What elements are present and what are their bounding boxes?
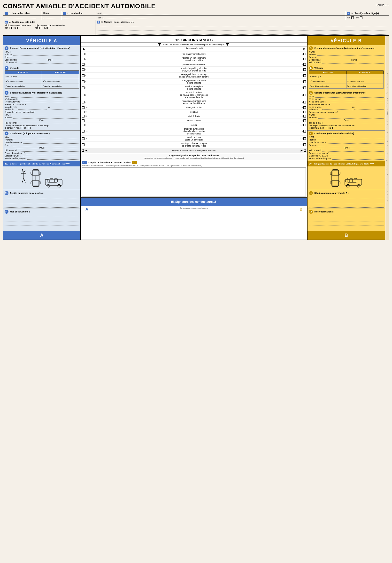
s9-categorie-a-line[interactable] bbox=[23, 154, 79, 157]
s8-non-b-cb[interactable] bbox=[325, 127, 327, 129]
circ-1-cb-a[interactable] bbox=[82, 53, 85, 55]
circ-13-cb-b[interactable] bbox=[303, 119, 306, 122]
circ-4-cb-b[interactable] bbox=[303, 68, 306, 71]
circ-6-cb-a[interactable] bbox=[82, 80, 85, 83]
s8-adresse-a-line[interactable] bbox=[13, 116, 79, 119]
prenom-b-line[interactable] bbox=[317, 53, 384, 56]
s8-agence-a-line[interactable] bbox=[35, 111, 79, 113]
circ-17-cb-b[interactable] bbox=[303, 143, 306, 146]
s8-tel-a-line[interactable] bbox=[18, 122, 79, 124]
circ-total-cb-b[interactable] bbox=[304, 149, 306, 152]
s9-pays-a-line1[interactable] bbox=[5, 147, 38, 149]
circ-9-cb-a[interactable] bbox=[82, 101, 85, 103]
adresse-a-line[interactable] bbox=[13, 56, 79, 58]
obs-b-line2[interactable] bbox=[309, 219, 383, 221]
circ-10-cb-a[interactable] bbox=[82, 106, 85, 109]
circ-12-cb-b[interactable] bbox=[303, 115, 306, 117]
circ-12-cb-a[interactable] bbox=[82, 115, 85, 117]
s9-valable-b-line[interactable] bbox=[332, 157, 383, 160]
marque-b-cell[interactable]: Marque, type bbox=[309, 74, 346, 79]
nom-a-line[interactable] bbox=[11, 51, 79, 53]
circ-16-cb-b[interactable] bbox=[303, 137, 306, 140]
circ-3-cb-b[interactable] bbox=[303, 63, 306, 66]
circ-15-cb-a[interactable] bbox=[82, 130, 85, 132]
circ-2-cb-b[interactable] bbox=[303, 58, 306, 60]
obs-b-line3[interactable] bbox=[309, 223, 383, 226]
circ-17-cb-a[interactable] bbox=[82, 143, 85, 146]
codepostal-b-line[interactable] bbox=[321, 59, 350, 61]
degats-oui2-checkbox[interactable] bbox=[48, 27, 50, 29]
croquis-drawing-area[interactable] bbox=[82, 167, 306, 196]
prenom-a-line[interactable] bbox=[13, 53, 79, 56]
tel-b-line[interactable] bbox=[323, 61, 383, 64]
s8-contrat-a-line[interactable] bbox=[18, 98, 79, 100]
s9-categorie-b-line[interactable] bbox=[328, 154, 383, 157]
circ-13-cb-a[interactable] bbox=[82, 119, 85, 122]
circ-11-cb-b[interactable] bbox=[303, 111, 306, 113]
paysimmat-remorque-a-cell[interactable]: Pays d'immatriculation bbox=[42, 84, 79, 89]
immat-remorque-b-cell[interactable]: N° d'immatriculation bbox=[346, 79, 383, 84]
s9-adresse-a-line[interactable] bbox=[13, 144, 79, 146]
s8-adresse-b-line[interactable] bbox=[318, 116, 383, 119]
s8-nom2-a-line[interactable] bbox=[11, 114, 79, 116]
marque-a-cell[interactable]: Marque, type bbox=[5, 74, 42, 79]
circ-5-cb-a[interactable] bbox=[82, 74, 85, 77]
immat-b-cell[interactable]: N° d'immatriculation bbox=[309, 79, 346, 84]
s8-pays-a-line2[interactable] bbox=[45, 119, 79, 121]
s8-cv-a-line[interactable] bbox=[21, 101, 79, 103]
circ-2-cb-a[interactable] bbox=[82, 58, 85, 60]
s8-nom-b-line[interactable] bbox=[315, 95, 383, 98]
s8-oui-a-cb[interactable] bbox=[28, 127, 30, 129]
nom-b-line[interactable] bbox=[315, 51, 383, 53]
marque-remorque-a-cell[interactable] bbox=[42, 74, 79, 79]
circ-6-cb-b[interactable] bbox=[303, 80, 306, 83]
obs-a-line3[interactable] bbox=[5, 223, 79, 226]
degats-non1-checkbox[interactable] bbox=[9, 27, 12, 29]
circ-7-cb-a[interactable] bbox=[82, 87, 85, 89]
s9-adresse-b-line[interactable] bbox=[318, 144, 383, 146]
s9-prenom-b-line[interactable] bbox=[317, 139, 384, 141]
obs-a-line2[interactable] bbox=[5, 219, 79, 221]
codepostal-a-line[interactable] bbox=[17, 59, 46, 61]
circ-16-cb-a[interactable] bbox=[82, 137, 85, 140]
adresse-b-line[interactable] bbox=[318, 56, 383, 58]
s9-nom-a-line[interactable] bbox=[11, 136, 79, 138]
pays-a-line2[interactable] bbox=[52, 59, 79, 61]
obs-a-line4[interactable] bbox=[5, 228, 79, 230]
circ-3-cb-a[interactable] bbox=[82, 63, 85, 66]
paysimmat-a-cell[interactable]: Pays d'immatriculation bbox=[5, 84, 42, 89]
circ-8-cb-b[interactable] bbox=[303, 94, 306, 96]
s8-au-a-line[interactable] bbox=[50, 107, 79, 110]
circ-15-cb-b[interactable] bbox=[303, 130, 306, 132]
s8-au-b-line[interactable] bbox=[354, 107, 383, 110]
s8-tel-b-line[interactable] bbox=[323, 122, 383, 124]
s8-nom-a-line[interactable] bbox=[11, 95, 79, 98]
s9-permis-b-line[interactable] bbox=[330, 152, 383, 154]
date-input-line[interactable] bbox=[5, 16, 36, 19]
circ-1-cb-b[interactable] bbox=[303, 53, 306, 55]
s8-oui-b-cb[interactable] bbox=[332, 127, 335, 129]
blesse-non-checkbox[interactable] bbox=[351, 16, 354, 19]
s8-non-a-cb[interactable] bbox=[21, 127, 23, 129]
blesse-oui-checkbox[interactable] bbox=[360, 16, 363, 19]
circ-9-cb-b[interactable] bbox=[303, 101, 306, 103]
s9-permis-a-line[interactable] bbox=[26, 152, 79, 154]
s9-tel-a-line[interactable] bbox=[18, 149, 79, 152]
circ-10-cb-b[interactable] bbox=[303, 106, 306, 109]
s8-contrat-b-line[interactable] bbox=[322, 98, 383, 100]
s9-datenais-b-line[interactable] bbox=[327, 141, 383, 144]
paysimmat-remorque-b-cell[interactable]: Pays d'immatriculation bbox=[346, 84, 383, 89]
immat-remorque-a-cell[interactable]: N° d'immatriculation bbox=[42, 79, 79, 84]
s8-cv-b-line[interactable] bbox=[326, 101, 383, 103]
s8-nom2-b-line[interactable] bbox=[315, 114, 383, 116]
s9-tel-b-line[interactable] bbox=[323, 149, 383, 152]
circ-11-cb-a[interactable] bbox=[82, 111, 85, 113]
circ-8-cb-a[interactable] bbox=[82, 94, 85, 96]
s8-agence-b-line[interactable] bbox=[339, 111, 383, 113]
s8-pays-b-line2[interactable] bbox=[350, 119, 383, 121]
s9-valable-a-line[interactable] bbox=[27, 157, 79, 160]
s8-pays-a-line1[interactable] bbox=[5, 119, 38, 121]
paysimmat-b-cell[interactable]: Pays d'immatriculation bbox=[309, 84, 346, 89]
pays-b-line2[interactable] bbox=[357, 59, 383, 61]
degats-oui1-checkbox[interactable] bbox=[17, 27, 20, 29]
